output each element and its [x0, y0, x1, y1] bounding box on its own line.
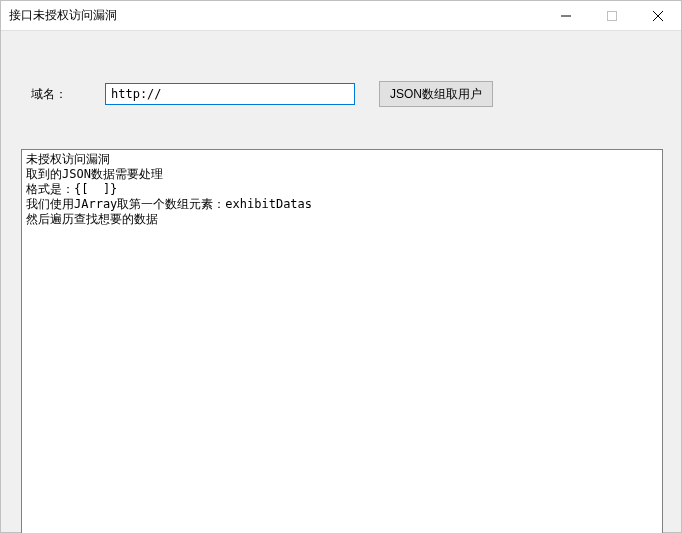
client-area: 域名： JSON数组取用户 未授权访问漏洞 取到的JSON数据需要处理 格式是：… — [1, 31, 681, 532]
titlebar: 接口未授权访问漏洞 — [1, 1, 681, 31]
minimize-icon — [561, 11, 571, 21]
close-icon — [653, 11, 663, 21]
domain-input[interactable] — [105, 83, 355, 105]
maximize-icon — [607, 11, 617, 21]
domain-label: 域名： — [31, 86, 91, 103]
minimize-button[interactable] — [543, 1, 589, 30]
maximize-button[interactable] — [589, 1, 635, 30]
close-button[interactable] — [635, 1, 681, 30]
output-textarea[interactable]: 未授权访问漏洞 取到的JSON数据需要处理 格式是：{[ ]} 我们使用JArr… — [21, 149, 663, 533]
titlebar-controls — [543, 1, 681, 30]
form-row: 域名： JSON数组取用户 — [31, 81, 493, 107]
window-title: 接口未授权访问漏洞 — [9, 7, 117, 24]
app-window: 接口未授权访问漏洞 域名： JSON数组 — [0, 0, 682, 533]
svg-rect-1 — [608, 11, 617, 20]
submit-button[interactable]: JSON数组取用户 — [379, 81, 493, 107]
